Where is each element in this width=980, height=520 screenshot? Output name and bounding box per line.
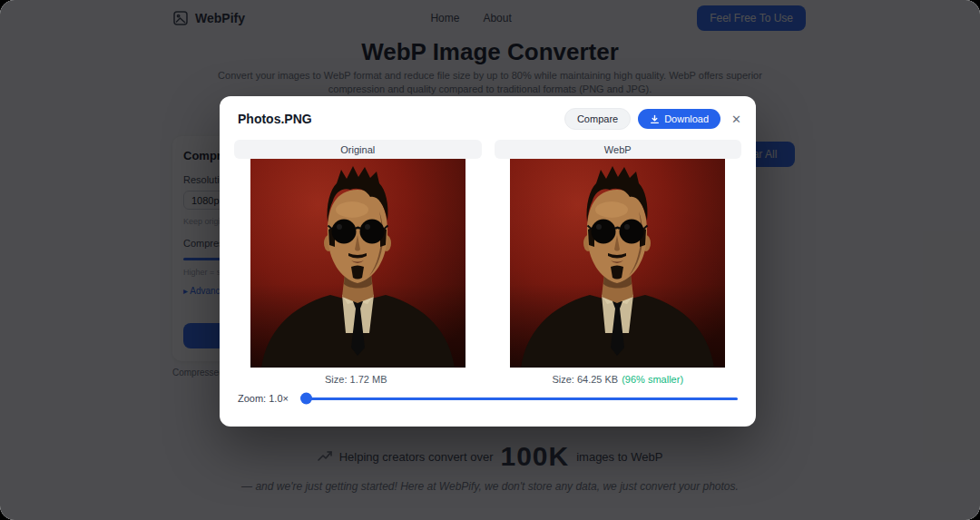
webp-savings-badge: (96% smaller): [622, 374, 683, 385]
download-label: Download: [664, 113, 709, 124]
image-preview-modal: Photos.PNG Compare Download ✕ Original: [220, 96, 756, 427]
webp-panel: WebP: [495, 140, 742, 385]
webp-image: [495, 159, 742, 368]
original-panel-label: Original: [234, 140, 482, 159]
original-image: [234, 159, 482, 368]
file-name: Photos.PNG: [238, 112, 564, 126]
close-icon[interactable]: ✕: [731, 113, 741, 125]
modal-header: Photos.PNG Compare Download ✕: [220, 96, 756, 138]
webp-size: Size: 64.25 KB: [552, 374, 618, 385]
zoom-controls: Zoom: 1.0×: [220, 385, 756, 404]
download-button[interactable]: Download: [638, 109, 720, 129]
webp-panel-label: WebP: [495, 140, 742, 159]
zoom-slider-thumb[interactable]: [300, 393, 312, 405]
compare-button[interactable]: Compare: [564, 108, 631, 130]
download-icon: [650, 114, 660, 124]
original-size: Size: 1.72 MB: [325, 374, 387, 385]
original-size-caption: Size: 1.72 MB: [234, 368, 482, 385]
comparison-panels: Original: [220, 138, 756, 385]
webp-size-caption: Size: 64.25 KB(96% smaller): [495, 368, 742, 385]
app-screen: WebPify Home About Feel Free To Use WebP…: [0, 0, 980, 520]
original-panel: Original: [234, 140, 482, 385]
zoom-slider[interactable]: [301, 397, 738, 400]
zoom-level-label: Zoom: 1.0×: [238, 393, 289, 404]
